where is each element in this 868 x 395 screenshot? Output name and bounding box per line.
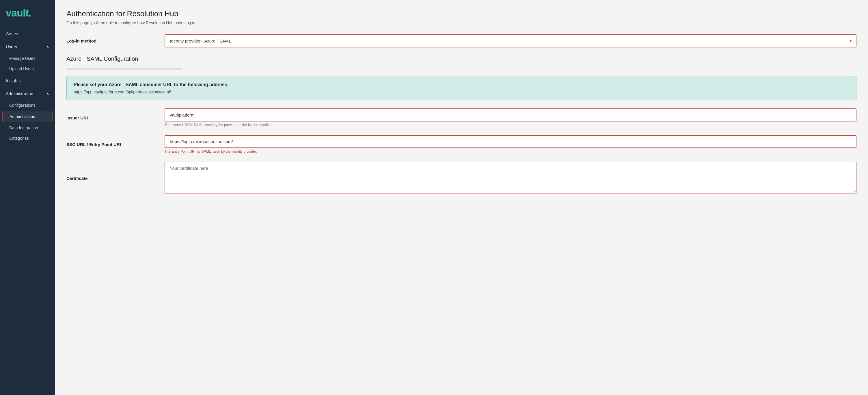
sidebar-item-users[interactable]: Users ∧ bbox=[0, 40, 55, 53]
issuer-uri-row: Issuer URI The Issuer URI for SAML, used… bbox=[66, 108, 857, 127]
info-box-title: Please set your Azure - SAML consumer UR… bbox=[74, 82, 849, 87]
issuer-uri-label: Issuer URI bbox=[66, 115, 164, 120]
certificate-label: Certificate bbox=[66, 176, 164, 181]
sso-url-hint: The Entry Point URI for SAML, used by th… bbox=[164, 149, 857, 153]
info-box-url: https://app.vaultplatform.com/api/portal… bbox=[74, 90, 849, 94]
sidebar-subitem-label: Data Integration bbox=[9, 125, 38, 130]
sidebar-subitem-manage-users[interactable]: Manage Users bbox=[0, 53, 55, 64]
sidebar-subitem-data-integration[interactable]: Data Integration bbox=[0, 122, 55, 133]
sso-url-label: SSO URL / Entry Point URI bbox=[66, 142, 164, 147]
issuer-uri-hint: The Issuer URI for SAML, used by the pro… bbox=[164, 123, 857, 127]
sidebar-subitem-authentication[interactable]: Authentication bbox=[2, 111, 53, 122]
sidebar-item-insights[interactable]: Insights bbox=[0, 74, 55, 87]
login-method-select[interactable]: Identity provider - Azure - SAML Identit… bbox=[164, 34, 857, 48]
sidebar-subitem-label: Manage Users bbox=[9, 56, 35, 61]
issuer-uri-control: The Issuer URI for SAML, used by the pro… bbox=[164, 108, 857, 127]
sidebar-item-label: Users bbox=[6, 44, 17, 49]
login-method-row: Log-in method Identity provider - Azure … bbox=[66, 34, 857, 48]
sidebar-subitem-upload-users[interactable]: Upload Users bbox=[0, 64, 55, 74]
sidebar-item-label: Insights bbox=[6, 78, 21, 83]
sidebar-item-administration[interactable]: Administration ∧ bbox=[0, 87, 55, 100]
sidebar-subitem-label: Upload Users bbox=[9, 66, 34, 71]
sidebar-subitem-label: Configurations bbox=[9, 103, 35, 108]
login-method-select-wrapper: Identity provider - Azure - SAML Identit… bbox=[164, 34, 857, 48]
sidebar-item-cases[interactable]: Cases bbox=[0, 27, 55, 40]
certificate-row: Certificate bbox=[66, 162, 857, 195]
sidebar-subitem-categories[interactable]: Categories bbox=[0, 133, 55, 143]
page-title: Authentication for Resolution Hub bbox=[66, 9, 857, 18]
sso-url-control: The Entry Point URI for SAML, used by th… bbox=[164, 135, 857, 153]
chevron-up-icon: ∧ bbox=[46, 92, 49, 96]
sidebar-item-label: Administration bbox=[6, 91, 33, 96]
sidebar-item-label: Cases bbox=[6, 31, 18, 36]
sidebar-subitem-configurations[interactable]: Configurations bbox=[0, 100, 55, 110]
sidebar-subitem-label: Categories bbox=[9, 136, 29, 141]
certificate-control bbox=[164, 162, 857, 195]
logo-text: vault. bbox=[6, 7, 31, 19]
sidebar-subitem-label: Authentication bbox=[9, 114, 35, 119]
issuer-uri-input[interactable] bbox=[164, 108, 857, 121]
sso-url-input[interactable] bbox=[164, 135, 857, 148]
page-subtitle: On this page you'll be able to configure… bbox=[66, 21, 857, 25]
main-content: Authentication for Resolution Hub On thi… bbox=[55, 0, 868, 395]
login-method-label: Log-in method bbox=[66, 38, 164, 44]
saml-info-box: Please set your Azure - SAML consumer UR… bbox=[66, 76, 857, 100]
tabs-bar bbox=[66, 68, 182, 70]
sso-url-row: SSO URL / Entry Point URI The Entry Poin… bbox=[66, 135, 857, 153]
certificate-textarea[interactable] bbox=[164, 162, 857, 193]
section-heading: Azure - SAML Configuration bbox=[66, 56, 857, 62]
chevron-up-icon: ∧ bbox=[46, 45, 49, 49]
logo: vault. bbox=[0, 0, 55, 27]
sidebar: vault. Cases Users ∧ Manage Users Upload… bbox=[0, 0, 55, 395]
login-method-control: Identity provider - Azure - SAML Identit… bbox=[164, 34, 857, 48]
